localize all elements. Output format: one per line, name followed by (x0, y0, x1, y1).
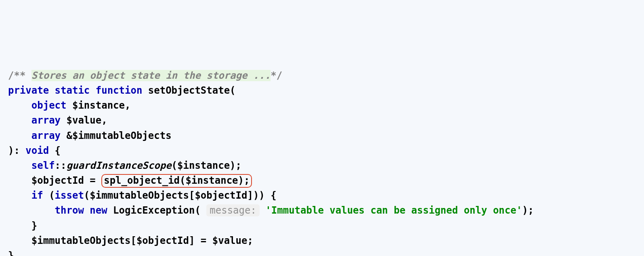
colon: : (14, 145, 19, 156)
assign-idx: $objectId (136, 235, 189, 246)
instance-arg: $instance (177, 160, 230, 171)
param3-var: $immutableObjects (72, 130, 172, 141)
spl-call: spl_object_id (104, 175, 180, 186)
scope-op: :: (55, 160, 67, 171)
self-keyword: self (31, 160, 55, 171)
kw-isset: isset (55, 190, 84, 201)
kw-throw: throw (55, 205, 84, 216)
param1-type: object (31, 100, 67, 111)
brace-close: } (31, 220, 37, 231)
spl-arg: $instance (186, 175, 238, 186)
brace-close: } (8, 250, 14, 256)
paren-close: ) (8, 145, 14, 156)
string-literal: 'Immutable values can be assigned only o… (265, 205, 522, 216)
kw-if: if (31, 190, 43, 201)
code-editor[interactable]: /** Stores an object state in the storag… (8, 68, 636, 256)
kw-function: function (96, 85, 143, 96)
kw-new: new (90, 205, 107, 216)
kw-private: private (8, 85, 49, 96)
param2-type: array (31, 115, 61, 126)
return-type: void (25, 145, 49, 156)
comment-open: /** (8, 70, 31, 81)
param-hint: message: (206, 204, 260, 216)
immutable-var: $immutableObjects (90, 190, 189, 201)
comma: , (101, 115, 107, 126)
assign-var2: $value (212, 235, 248, 246)
param1-var: $instance (72, 100, 125, 111)
comma: , (125, 100, 130, 111)
equals: = (90, 175, 95, 186)
assign-var1: $immutableObjects (31, 235, 131, 246)
brace-open: { (55, 145, 61, 156)
kw-static: static (55, 85, 90, 96)
exception-class: LogicException (113, 205, 195, 216)
param3-type: array (31, 130, 61, 141)
docblock-summary: Stores an object state in the storage ..… (31, 70, 271, 81)
paren-open: ( (230, 85, 235, 96)
paren: ( (172, 160, 177, 171)
ref-op: & (67, 130, 72, 141)
paren-semi: ); (230, 160, 241, 171)
comment-close: */ (271, 70, 282, 81)
highlighted-call: spl_object_id($instance); (101, 174, 252, 188)
guard-method: guardInstanceScope (67, 160, 172, 171)
function-name: setObjectState (148, 85, 230, 96)
objectid-ref: $objectId (195, 190, 247, 201)
objectid-var: $objectId (31, 175, 84, 186)
param2-var: $value (67, 115, 102, 126)
